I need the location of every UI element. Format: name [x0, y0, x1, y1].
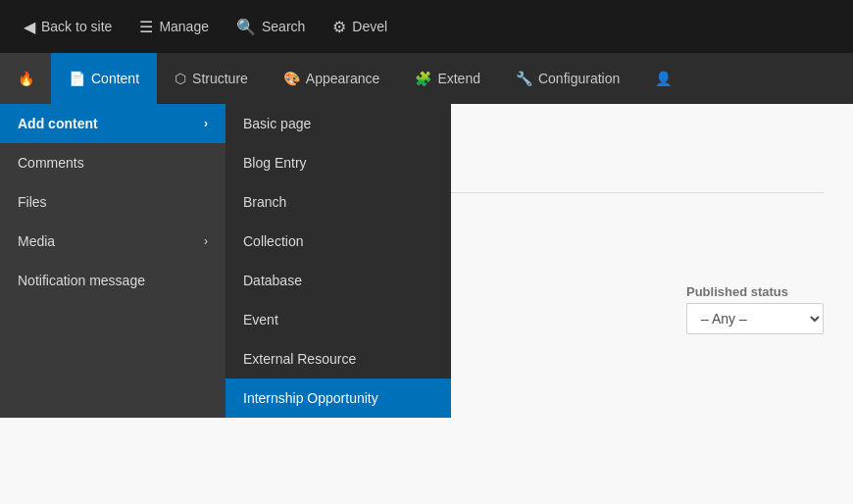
notification-message-label: Notification message: [18, 273, 145, 288]
nav-item-extend[interactable]: 🧩 Extend: [397, 53, 498, 104]
dropdown-notification-message[interactable]: Notification message: [0, 261, 226, 300]
devel-button[interactable]: ⚙ Devel: [319, 0, 401, 53]
menu-icon: ☰: [139, 18, 153, 36]
back-arrow-icon: ◀: [24, 18, 35, 36]
dropdown-basic-page[interactable]: Basic page: [226, 104, 451, 143]
nav-home[interactable]: 🔥: [0, 53, 51, 104]
media-arrow-icon: ›: [204, 234, 208, 248]
config-icon: 🔧: [516, 71, 532, 86]
internship-opportunity-label: Internship Opportunity: [243, 390, 378, 406]
content-icon: 📄: [69, 71, 85, 86]
dropdown-external-resource[interactable]: External Resource: [226, 339, 451, 378]
search-button[interactable]: 🔍 Search: [223, 0, 319, 53]
nav-config-label: Configuration: [538, 71, 620, 86]
dropdown-media[interactable]: Media ›: [0, 222, 226, 261]
nav-item-structure[interactable]: ⬡ Structure: [157, 53, 266, 104]
dropdown-collection[interactable]: Collection: [226, 222, 451, 261]
nav-item-content[interactable]: 📄 Content: [51, 53, 157, 104]
nav-appearance-label: Appearance: [306, 71, 380, 86]
search-label: Search: [262, 19, 305, 34]
nav-extend-label: Extend: [437, 71, 480, 86]
dropdown-branch[interactable]: Branch: [226, 182, 451, 222]
collection-label: Collection: [243, 233, 303, 249]
back-to-site-label: Back to site: [41, 19, 112, 34]
dropdown-menu: Add content › Comments Files Media › Not…: [0, 104, 451, 418]
dropdown-blog-entry[interactable]: Blog Entry: [226, 143, 451, 182]
dropdown-right-panel: Basic page Blog Entry Branch Collection …: [226, 104, 451, 418]
nav-structure-label: Structure: [192, 71, 248, 86]
admin-toolbar: ◀ Back to site ☰ Manage 🔍 Search ⚙ Devel: [0, 0, 853, 53]
people-icon: 👤: [655, 71, 672, 86]
comments-label: Comments: [18, 155, 84, 171]
database-label: Database: [243, 273, 302, 288]
gear-icon: ⚙: [332, 18, 346, 36]
media-label: Media: [18, 233, 55, 249]
manage-label: Manage: [159, 19, 209, 34]
appearance-icon: 🎨: [283, 71, 300, 86]
dropdown-comments[interactable]: Comments: [0, 143, 226, 182]
add-content-arrow-icon: ›: [204, 117, 208, 130]
event-label: Event: [243, 312, 278, 328]
dropdown-event[interactable]: Event: [226, 300, 451, 339]
structure-icon: ⬡: [175, 71, 186, 86]
devel-label: Devel: [352, 19, 387, 34]
search-icon: 🔍: [236, 18, 256, 36]
manage-button[interactable]: ☰ Manage: [125, 0, 223, 53]
nav-item-appearance[interactable]: 🎨 Appearance: [266, 53, 398, 104]
nav-item-configuration[interactable]: 🔧 Configuration: [498, 53, 637, 104]
blog-entry-label: Blog Entry: [243, 155, 307, 171]
back-to-site-button[interactable]: ◀ Back to site: [10, 0, 125, 53]
admin-nav: 🔥 📄 Content ⬡ Structure 🎨 Appearance 🧩 E…: [0, 53, 853, 104]
add-content-label: Add content: [18, 116, 98, 131]
branch-label: Branch: [243, 194, 286, 210]
dropdown-files[interactable]: Files: [0, 182, 226, 222]
dropdown-add-content[interactable]: Add content ›: [0, 104, 226, 143]
dropdown-left-panel: Add content › Comments Files Media › Not…: [0, 104, 226, 418]
basic-page-label: Basic page: [243, 116, 311, 131]
extend-icon: 🧩: [415, 71, 431, 86]
files-label: Files: [18, 194, 47, 210]
nav-content-label: Content: [91, 71, 139, 86]
flame-icon: 🔥: [18, 71, 34, 86]
dropdown-internship-opportunity[interactable]: Internship Opportunity: [226, 378, 451, 418]
external-resource-label: External Resource: [243, 351, 356, 367]
nav-item-people[interactable]: 👤: [637, 53, 689, 104]
dropdown-database[interactable]: Database: [226, 261, 451, 300]
